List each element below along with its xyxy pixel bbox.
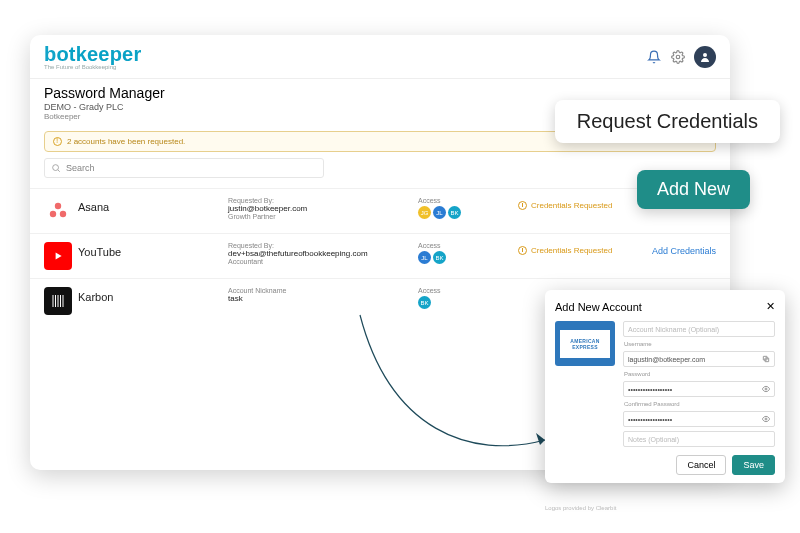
svg-point-17: [765, 418, 767, 420]
svg-point-4: [55, 203, 61, 209]
save-button[interactable]: Save: [732, 455, 775, 475]
notes-field[interactable]: Notes (Optional): [623, 431, 775, 447]
access: Access JGJLBK: [418, 197, 518, 219]
request-credentials-button[interactable]: Request Credentials: [555, 100, 780, 143]
account-meta: Requested By: dev+bsa@thefutureofbookkee…: [228, 242, 418, 265]
gear-icon[interactable]: [670, 49, 686, 65]
add-credentials-link[interactable]: Add Credentials: [638, 242, 716, 256]
svg-point-0: [676, 55, 680, 59]
brand-logo: botkeeper: [44, 43, 141, 66]
svg-point-5: [50, 211, 56, 217]
page-title: Password Manager: [44, 85, 716, 101]
clock-icon: [518, 201, 527, 210]
add-new-button[interactable]: Add New: [637, 170, 750, 209]
table-row: YouTube Requested By: dev+bsa@thefutureo…: [30, 233, 730, 278]
topbar: botkeeper The Future of Bookkeeping: [30, 35, 730, 79]
search-input[interactable]: Search: [44, 158, 324, 178]
svg-point-6: [60, 211, 66, 217]
alert-icon: [53, 137, 62, 146]
youtube-icon: [44, 242, 72, 270]
account-meta: Account Nickname task: [228, 287, 418, 303]
account-name: Asana: [78, 197, 228, 213]
asana-icon: [44, 197, 72, 225]
close-icon[interactable]: ✕: [766, 300, 775, 313]
eye-icon[interactable]: [762, 385, 770, 393]
eye-icon[interactable]: [762, 415, 770, 423]
svg-marker-7: [56, 252, 62, 259]
status: Credentials Requested: [518, 242, 638, 255]
nickname-field[interactable]: Account Nickname (Optional): [623, 321, 775, 337]
access: Access JLBK: [418, 242, 518, 264]
confirm-password-field[interactable]: ••••••••••••••••••: [623, 411, 775, 427]
logo-credit: Logos provided by Clearbit: [545, 505, 616, 511]
username-field[interactable]: lagustin@botkeeper.com: [623, 351, 775, 367]
svg-point-2: [53, 165, 59, 171]
bell-icon[interactable]: [646, 49, 662, 65]
account-name: Karbon: [78, 287, 228, 303]
svg-point-1: [703, 53, 707, 57]
access: Access BK: [418, 287, 518, 309]
clock-icon: [518, 246, 527, 255]
karbon-icon: [44, 287, 72, 315]
avatar[interactable]: [694, 46, 716, 68]
svg-point-16: [765, 388, 767, 390]
search-placeholder: Search: [66, 163, 95, 173]
add-account-modal: Add New Account ✕ AMERICANEXPRESS Accoun…: [545, 290, 785, 483]
svg-line-3: [58, 170, 60, 172]
alert-text: 2 accounts have been requested.: [67, 137, 185, 146]
table-row: Asana Requested By: justin@botkeeper.com…: [30, 188, 730, 233]
account-meta: Requested By: justin@botkeeper.com Growt…: [228, 197, 418, 220]
status: Credentials Requested: [518, 197, 638, 210]
copy-icon[interactable]: [762, 355, 770, 363]
search-icon: [51, 163, 61, 173]
topbar-actions: [646, 46, 716, 68]
modal-title: Add New Account: [555, 301, 642, 313]
brand: botkeeper The Future of Bookkeeping: [44, 43, 141, 70]
amex-logo: AMERICANEXPRESS: [555, 321, 615, 366]
account-name: YouTube: [78, 242, 228, 258]
password-field[interactable]: ••••••••••••••••••: [623, 381, 775, 397]
cancel-button[interactable]: Cancel: [676, 455, 726, 475]
